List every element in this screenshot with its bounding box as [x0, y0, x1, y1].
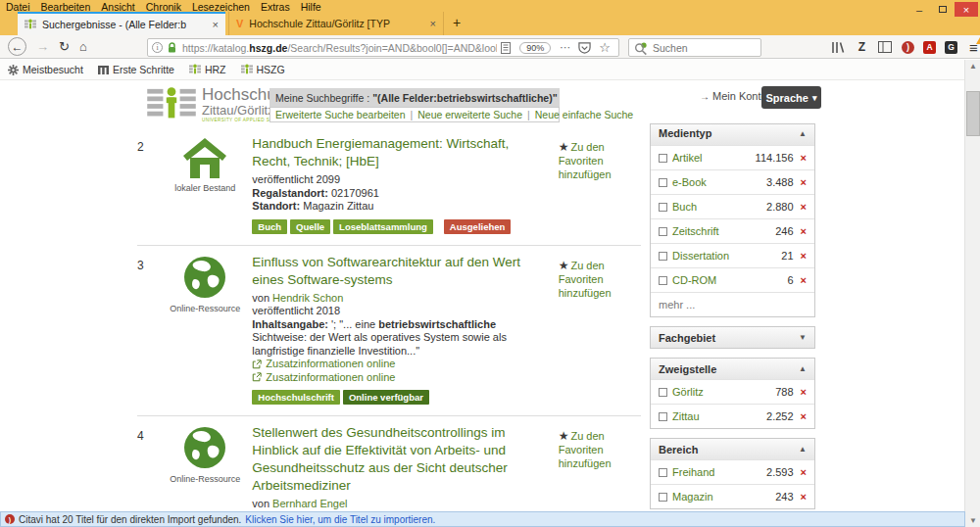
g-extension-icon[interactable]: G: [945, 41, 957, 54]
bookmark-erste-schritte[interactable]: Erste Schritte: [98, 64, 174, 75]
vertical-scrollbar[interactable]: ▲ ▼: [964, 60, 980, 527]
facet-checkbox[interactable]: [659, 468, 667, 477]
author-link[interactable]: Hendrik Schon: [272, 292, 343, 304]
facet-header[interactable]: Zweigstelle▲: [651, 359, 814, 379]
account-link[interactable]: → Mein Konto: [700, 90, 767, 102]
facet-checkbox[interactable]: [659, 227, 667, 236]
bookmark-hszg[interactable]: HSZG: [241, 64, 285, 75]
https-lock-icon[interactable]: [167, 42, 177, 54]
facet-exclude-icon[interactable]: ×: [801, 491, 807, 503]
search-input[interactable]: [653, 39, 759, 56]
facet-checkbox[interactable]: [659, 493, 667, 502]
tab-title: Suchergebnisse - (Alle Felder:b: [42, 19, 186, 30]
media-type: lokaler Bestand: [158, 135, 252, 234]
page-action-icon[interactable]: [501, 42, 511, 54]
facet-exclude-icon[interactable]: ×: [801, 386, 807, 398]
add-to-favorites-link[interactable]: ★Zu den Favoriten hinzufügen: [559, 135, 649, 234]
facet-item-cdrom: CD-ROM 6 ×: [651, 267, 814, 292]
facet-label[interactable]: Görlitz: [672, 386, 775, 398]
facet-label[interactable]: CD-ROM: [672, 274, 787, 286]
media-type: Online-Ressource: [158, 254, 252, 406]
facet-exclude-icon[interactable]: ×: [801, 410, 807, 422]
citavi-import-link[interactable]: Klicken Sie hier, um die Titel zu import…: [245, 514, 435, 525]
facet-exclude-icon[interactable]: ×: [801, 176, 807, 188]
url-bar[interactable]: i https://katalog.hszg.de/Search/Results…: [147, 38, 619, 57]
facet-checkbox[interactable]: [659, 388, 667, 397]
acrobat-icon[interactable]: A: [923, 41, 936, 54]
back-button[interactable]: ←: [8, 37, 26, 56]
facet-exclude-icon[interactable]: ×: [801, 250, 807, 262]
location-line: Standort: Magazin Zittau: [252, 200, 536, 214]
additional-info-link[interactable]: Zusatzinformationen online: [252, 358, 536, 371]
page-actions-menu-icon[interactable]: ⋯: [560, 41, 570, 54]
facet-checkbox[interactable]: [659, 203, 667, 212]
reload-button[interactable]: ↻: [59, 39, 70, 54]
facet-exclude-icon[interactable]: ×: [801, 152, 807, 164]
abstract-line: Inhaltsangabe: '; "... eine betriebswirt…: [252, 318, 536, 359]
scroll-up-icon[interactable]: ▲: [965, 62, 980, 71]
facet-label[interactable]: Buch: [672, 201, 766, 213]
new-tab-button[interactable]: +: [453, 15, 461, 30]
result-title-link[interactable]: Stellenwert des Gesundheitscontrollings …: [252, 424, 536, 495]
facet-exclude-icon[interactable]: ×: [801, 466, 807, 478]
facet-label[interactable]: Magazin: [672, 491, 775, 503]
new-advanced-search-link[interactable]: Neue erweiterte Suche: [417, 109, 522, 120]
sidebar-toggle-icon[interactable]: [878, 41, 893, 53]
scroll-down-icon[interactable]: ▼: [965, 516, 980, 525]
additional-info-link[interactable]: Zusatzinformationen online: [252, 371, 536, 385]
tab-close-icon[interactable]: ×: [213, 19, 219, 30]
result-title-link[interactable]: Handbuch Energiemanagement: Wirtschaft, …: [252, 135, 536, 170]
facet-header[interactable]: Medientyp▲: [651, 124, 814, 145]
home-button[interactable]: ⌂: [79, 39, 87, 54]
pocket-icon[interactable]: [578, 41, 591, 54]
facet-checkbox[interactable]: [659, 412, 667, 421]
new-simple-search-link[interactable]: Neue einfache Suche: [535, 109, 633, 120]
zoom-level-badge[interactable]: 90%: [519, 42, 551, 54]
forward-button[interactable]: →: [36, 39, 49, 54]
facet-more-link[interactable]: mehr ...: [651, 292, 814, 316]
tab-close-icon[interactable]: ×: [430, 18, 436, 29]
facet-header[interactable]: Fachgebiet▼: [651, 327, 814, 348]
back-icon: ←: [12, 40, 24, 54]
zotero-icon[interactable]: Z: [855, 40, 869, 54]
bookmark-star-icon[interactable]: ☆: [599, 40, 611, 55]
facet-exclude-icon[interactable]: ×: [801, 225, 807, 237]
facet-checkbox[interactable]: [659, 252, 667, 261]
result-item: 2 lokaler Bestand Handbuch Energiemanage…: [129, 129, 649, 234]
facet-count: 243: [775, 491, 793, 503]
tab-title: Hochschule Zittau/Görlitz [TYP: [249, 18, 390, 29]
search-terms-box: Meine Suchbegriffe :"(Alle Felder:betrie…: [270, 88, 560, 107]
facet-exclude-icon[interactable]: ×: [801, 201, 807, 213]
facet-exclude-icon[interactable]: ×: [801, 274, 807, 286]
facet-checkbox[interactable]: [659, 276, 667, 285]
hamburger-menu-icon[interactable]: ≡: [966, 39, 980, 56]
library-icon[interactable]: [831, 41, 846, 54]
scrollbar-thumb[interactable]: [966, 91, 980, 136]
facet-header[interactable]: Bereich▲: [651, 439, 814, 459]
published-line: veröffentlicht 2018: [252, 305, 536, 318]
facet-label[interactable]: Zittau: [672, 410, 766, 422]
page-info-icon[interactable]: i: [152, 42, 163, 53]
facet-label[interactable]: e-Book: [672, 176, 766, 188]
tab-hochschule[interactable]: V Hochschule Zittau/Görlitz [TYP ×: [228, 12, 444, 35]
author-link[interactable]: Bernhard Engel: [272, 498, 347, 509]
facet-label[interactable]: Dissertation: [672, 250, 781, 262]
citavi-picker-icon[interactable]: ): [902, 41, 914, 54]
facet-checkbox[interactable]: [659, 154, 667, 163]
gear-icon: [8, 65, 19, 75]
result-number: 3: [137, 254, 158, 406]
facet-label[interactable]: Artikel: [672, 152, 756, 164]
add-to-favorites-link[interactable]: ★Zu den Favoriten hinzufügen: [559, 254, 649, 406]
facet-item-goerlitz: Görlitz 788 ×: [651, 379, 814, 404]
divider: |: [527, 109, 530, 120]
facet-label[interactable]: Freihand: [672, 466, 766, 478]
facet-label[interactable]: Zeitschrift: [672, 225, 775, 237]
facet-checkbox[interactable]: [659, 178, 667, 187]
bookmark-hrz[interactable]: HRZ: [189, 64, 226, 75]
result-title-link[interactable]: Einfluss von Softwarearchitektur auf den…: [252, 254, 536, 289]
tab-suchergebnisse[interactable]: Suchergebnisse - (Alle Felder:b ×: [18, 12, 225, 35]
bookmark-meistbesucht[interactable]: Meistbesucht: [8, 64, 83, 75]
citavi-icon: ): [5, 514, 15, 524]
edit-advanced-search-link[interactable]: Erweiterte Suche bearbeiten: [275, 109, 406, 120]
language-button[interactable]: Sprache▾: [761, 86, 821, 109]
